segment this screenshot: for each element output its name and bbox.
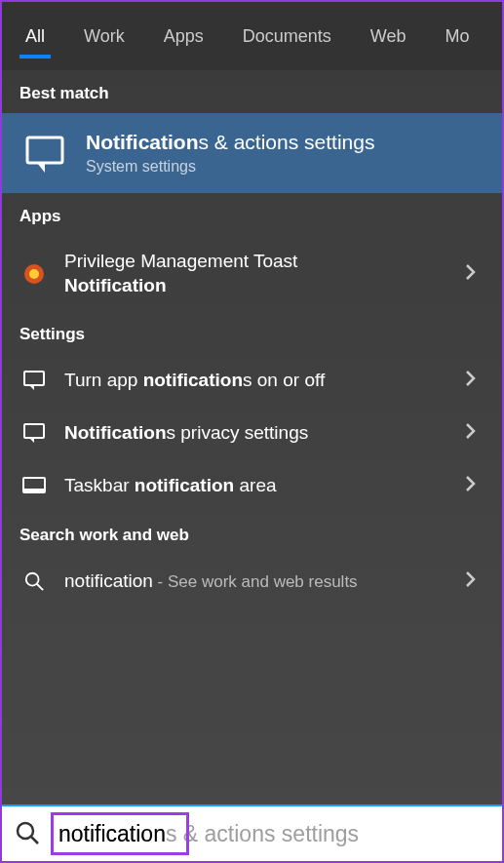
tab-more[interactable]: Mo bbox=[429, 5, 485, 68]
notification-bubble-icon bbox=[21, 420, 47, 446]
search-bar: notifications & actions settings notific… bbox=[2, 804, 502, 861]
chevron-right-icon bbox=[465, 370, 481, 391]
best-match-text: Notifications & actions settings System … bbox=[86, 131, 486, 176]
notifications-settings-icon bbox=[23, 132, 66, 175]
search-icon bbox=[14, 819, 43, 848]
svg-line-10 bbox=[31, 837, 38, 843]
search-input[interactable] bbox=[58, 821, 498, 847]
section-search-web: Search work and web bbox=[2, 512, 502, 555]
section-apps: Apps bbox=[2, 193, 502, 236]
search-icon bbox=[21, 569, 47, 594]
settings-result-taskbar-area[interactable]: Taskbar notification area bbox=[2, 459, 502, 512]
taskbar-icon bbox=[21, 473, 47, 498]
search-input-container[interactable]: notifications & actions settings notific… bbox=[51, 814, 490, 853]
section-settings: Settings bbox=[2, 311, 502, 354]
tab-work[interactable]: Work bbox=[68, 5, 140, 68]
svg-rect-6 bbox=[23, 489, 45, 492]
app-result-text: Privilege Management Toast Notification bbox=[64, 250, 447, 297]
settings-result-text: Turn app notifications on or off bbox=[64, 369, 447, 393]
web-search-result[interactable]: notification - See work and web results bbox=[2, 555, 502, 608]
svg-rect-0 bbox=[27, 137, 62, 163]
tab-apps[interactable]: Apps bbox=[148, 5, 219, 68]
chevron-right-icon bbox=[465, 422, 481, 444]
best-match-title-rest: s & actions settings bbox=[199, 131, 375, 153]
settings-result-privacy[interactable]: Notifications privacy settings bbox=[2, 407, 502, 459]
svg-point-9 bbox=[18, 823, 33, 839]
best-match-title-highlight: Notification bbox=[86, 131, 199, 153]
svg-rect-4 bbox=[24, 424, 44, 438]
chevron-right-icon bbox=[465, 570, 481, 592]
filter-tabs: All Work Apps Documents Web Mo bbox=[2, 2, 502, 70]
svg-point-7 bbox=[26, 573, 39, 586]
web-search-text: notification - See work and web results bbox=[64, 569, 447, 594]
settings-result-text: Notifications privacy settings bbox=[64, 421, 447, 446]
chevron-right-icon bbox=[465, 263, 481, 285]
notification-bubble-icon bbox=[21, 368, 47, 393]
best-match-result[interactable]: Notifications & actions settings System … bbox=[2, 113, 502, 193]
svg-line-8 bbox=[37, 584, 43, 590]
section-best-match: Best match bbox=[2, 70, 502, 113]
settings-result-text: Taskbar notification area bbox=[64, 474, 447, 498]
best-match-subtitle: System settings bbox=[86, 158, 486, 176]
app-icon bbox=[21, 261, 47, 287]
tab-web[interactable]: Web bbox=[355, 5, 422, 68]
settings-result-toggle-notifications[interactable]: Turn app notifications on or off bbox=[2, 354, 502, 407]
tab-documents[interactable]: Documents bbox=[227, 5, 347, 68]
svg-rect-3 bbox=[24, 372, 44, 385]
app-result-privilege-toast[interactable]: Privilege Management Toast Notification bbox=[2, 236, 502, 311]
svg-point-2 bbox=[29, 269, 39, 279]
results-panel: Best match Notifications & actions setti… bbox=[2, 70, 502, 804]
tab-all[interactable]: All bbox=[10, 5, 60, 68]
chevron-right-icon bbox=[465, 475, 481, 496]
